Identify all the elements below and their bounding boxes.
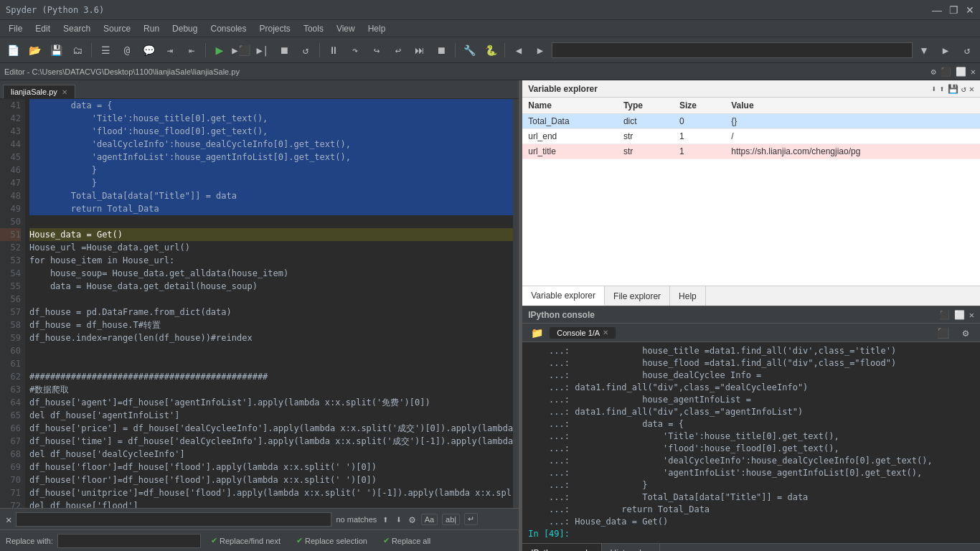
cell-size: 0: [674, 114, 725, 129]
debug-button[interactable]: ⏸: [324, 40, 344, 60]
find-word-button[interactable]: ab|: [442, 514, 460, 525]
editor-gear-icon[interactable]: ⚙: [931, 67, 936, 77]
find-wrap-button[interactable]: ↵: [464, 513, 478, 525]
options-button[interactable]: 🔧: [459, 40, 479, 60]
cell-value: https://sh.lianjia.com/chengjiao/pg: [725, 144, 980, 159]
console-bottom-tab-ipython[interactable]: IPython console: [522, 544, 601, 551]
var-save-button[interactable]: 💾: [948, 84, 958, 94]
console-float-icon[interactable]: ⬜: [954, 310, 965, 320]
var-export-button[interactable]: ⬆: [939, 84, 944, 94]
step-into-button[interactable]: ↪: [367, 40, 387, 60]
console-output-line: ...: data = {: [528, 418, 974, 430]
path-refresh-button[interactable]: ↺: [957, 40, 977, 60]
menu-item-edit[interactable]: Edit: [29, 22, 56, 35]
var-reset-button[interactable]: ↺: [961, 84, 966, 94]
line-num-58: 58: [0, 319, 21, 331]
menu-item-help[interactable]: Help: [362, 22, 392, 35]
findbar-close-button[interactable]: ✕: [6, 514, 11, 525]
replace-selection-button[interactable]: ✔ Replace selection: [291, 534, 373, 547]
stop-button[interactable]: ⏹: [274, 40, 294, 60]
menu-item-projects[interactable]: Projects: [254, 22, 296, 35]
console-tab-close[interactable]: ✕: [603, 329, 608, 336]
editor-pane: lianjiaSale.py ✕ 41424344454647484950515…: [0, 80, 519, 551]
path-dropdown-button[interactable]: ▼: [914, 40, 934, 60]
console-maximize-icon[interactable]: ⬛: [939, 310, 950, 320]
find-next-button[interactable]: ⬇: [396, 514, 402, 525]
find-case-button[interactable]: Aa: [421, 514, 438, 525]
var-close-button[interactable]: ✕: [969, 84, 974, 94]
menu-item-run[interactable]: Run: [138, 22, 165, 35]
back-button[interactable]: ◀: [509, 40, 529, 60]
run-cell-button[interactable]: ▶|: [253, 40, 273, 60]
menu-item-file[interactable]: File: [3, 22, 28, 35]
indent-less-button[interactable]: ⇤: [182, 40, 202, 60]
editor-close-icon[interactable]: ✕: [971, 67, 976, 77]
var-tab-file-explorer[interactable]: File explorer: [605, 286, 670, 306]
replace-input[interactable]: [57, 534, 201, 548]
path-go-button[interactable]: ▶: [936, 40, 956, 60]
open-file-button[interactable]: 📂: [24, 40, 44, 60]
table-row[interactable]: url_endstr1/: [522, 129, 980, 144]
at-button[interactable]: @: [117, 40, 137, 60]
minimize-button[interactable]: —: [932, 4, 942, 16]
reload-button[interactable]: ↺: [296, 40, 316, 60]
editor-body[interactable]: 4142434445464748495051525354555657585960…: [0, 99, 519, 508]
menu-item-search[interactable]: Search: [57, 22, 96, 35]
menu-item-view[interactable]: View: [331, 22, 361, 35]
step-out-button[interactable]: ↩: [388, 40, 408, 60]
console-tab-1[interactable]: Console 1/A ✕: [550, 327, 616, 339]
var-explorer-toolbar: ⬇ ⬆ 💾 ↺ ✕: [931, 84, 974, 94]
menu-item-source[interactable]: Source: [98, 22, 136, 35]
var-tab-help[interactable]: Help: [670, 286, 706, 306]
editor-tab-lianjiasale[interactable]: lianjiaSale.py ✕: [3, 85, 75, 98]
maximize-button[interactable]: ❐: [949, 4, 958, 16]
indent-more-button[interactable]: ⇥: [160, 40, 180, 60]
new-file-button[interactable]: 📄: [3, 40, 23, 60]
path-input[interactable]: G:\Documents\WeChat Files\symmalbh12345\…: [552, 42, 913, 58]
editor-maximize-icon[interactable]: ⬛: [941, 67, 951, 77]
console-stop-button[interactable]: ⬛: [933, 323, 953, 343]
code-line-56: [29, 293, 513, 306]
close-button[interactable]: ✕: [966, 4, 974, 16]
line-num-72: 72: [0, 499, 21, 508]
editor-scrollbar[interactable]: [513, 99, 519, 508]
line-num-65: 65: [0, 409, 21, 422]
cell-name: Total_Data: [522, 114, 618, 129]
save-button[interactable]: 💾: [46, 40, 66, 60]
save-all-button[interactable]: 🗂: [67, 40, 88, 60]
table-row[interactable]: Total_Datadict0{}: [522, 114, 980, 129]
editor-float-icon[interactable]: ⬜: [956, 67, 966, 77]
console-gear-button[interactable]: ⚙: [956, 323, 976, 343]
find-input[interactable]: [16, 512, 331, 527]
var-tab-variable-explorer[interactable]: Variable explorer: [522, 286, 605, 306]
tab-close-icon[interactable]: ✕: [62, 88, 67, 96]
replace-all-button[interactable]: ✔ Replace all: [377, 534, 436, 547]
code-area: 4142434445464748495051525354555657585960…: [0, 99, 519, 508]
console-new-button[interactable]: 📁: [527, 323, 547, 343]
run-button[interactable]: ▶: [209, 40, 230, 60]
menu-item-tools[interactable]: Tools: [298, 22, 329, 35]
run-file-button[interactable]: ▶⬛: [231, 40, 251, 60]
code-line-43: 'flood':house_flood[0].get_text(),: [29, 125, 513, 138]
menu-item-debug[interactable]: Debug: [166, 22, 203, 35]
comment-button[interactable]: 💬: [138, 40, 159, 60]
replace-find-next-button[interactable]: ✔ Replace/find next: [205, 534, 286, 547]
forward-button[interactable]: ▶: [530, 40, 550, 60]
var-import-button[interactable]: ⬇: [931, 84, 936, 94]
console-close-icon[interactable]: ✕: [969, 310, 974, 320]
step-button[interactable]: ↷: [345, 40, 365, 60]
line-num-64: 64: [0, 396, 21, 409]
table-row[interactable]: url_titlestr1https://sh.lianjia.com/chen…: [522, 144, 980, 159]
find-prev-button[interactable]: ⬆: [382, 514, 388, 525]
menu-item-consoles[interactable]: Consoles: [204, 22, 252, 35]
indent-button[interactable]: ☰: [95, 40, 116, 60]
code-line-64: df_house['agent']=df_house['agentInfoLis…: [29, 396, 513, 409]
console-bottom-tab-history[interactable]: History log: [602, 544, 661, 551]
cell-type: str: [618, 129, 674, 144]
code-content[interactable]: data = { 'Title':house_title[0].get_text…: [25, 99, 513, 508]
stop-debug-button[interactable]: ⏹: [431, 40, 451, 60]
variables-table: Name Type Size Value Total_Datadict0{}ur…: [522, 98, 980, 159]
find-settings-button[interactable]: ⚙: [409, 514, 415, 525]
python-button[interactable]: 🐍: [481, 40, 501, 60]
continue-button[interactable]: ⏭: [410, 40, 430, 60]
